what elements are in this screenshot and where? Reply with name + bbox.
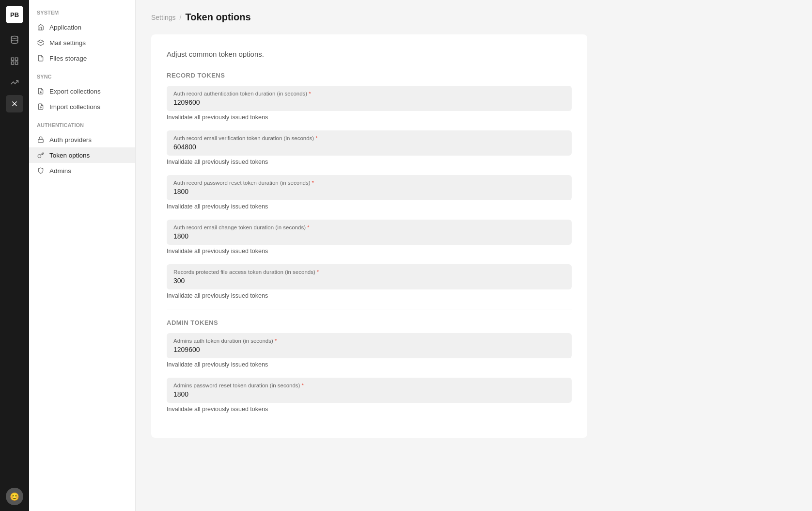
breadcrumb: Settings / Token options — [151, 12, 796, 23]
files-icon — [37, 54, 45, 62]
invalidate-link-5[interactable]: Invalidate all previously issued tokens — [167, 292, 572, 299]
required-marker-1: * — [309, 91, 311, 96]
invalidate-link-admin-2[interactable]: Invalidate all previously issued tokens — [167, 406, 572, 413]
breadcrumb-current: Token options — [185, 12, 250, 23]
sidebar-item-mail-settings[interactable]: Mail settings — [29, 35, 135, 50]
svg-rect-3 — [11, 62, 14, 64]
mail-icon — [37, 39, 45, 47]
sidebar-section-system: System — [29, 10, 135, 19]
field-value-admin-1: 1209600 — [173, 346, 565, 353]
import-icon — [37, 103, 45, 111]
field-group-5: Records protected file access token dura… — [167, 264, 572, 299]
svg-rect-12 — [38, 139, 44, 142]
key-icon — [37, 151, 45, 159]
icon-bar-bottom: 😊 — [6, 488, 23, 505]
field-label-2: Auth record email verification token dur… — [173, 135, 565, 141]
field-group-admin-1: Admins auth token duration (in seconds) … — [167, 333, 572, 368]
close-icon[interactable] — [6, 95, 23, 112]
field-value-1: 1209600 — [173, 98, 565, 106]
field-group-admin-2: Admins password reset token duration (in… — [167, 378, 572, 413]
field-value-3: 1800 — [173, 188, 565, 195]
field-label-admin-2: Admins password reset token duration (in… — [173, 383, 565, 388]
sidebar-item-token-options[interactable]: Token options — [29, 147, 135, 163]
field-value-2: 604800 — [173, 143, 565, 151]
shield-icon — [37, 167, 45, 175]
sidebar: System Application Mail settings Files s… — [29, 0, 136, 511]
field-label-1: Auth record authentication token duratio… — [173, 91, 565, 96]
required-marker-4: * — [307, 224, 309, 230]
svg-point-0 — [11, 36, 18, 39]
content-card: Adjust common token options. Record toke… — [151, 34, 587, 438]
required-marker-5: * — [317, 269, 319, 275]
field-label-3: Auth record password reset token duratio… — [173, 180, 565, 186]
breadcrumb-separator: / — [180, 14, 182, 21]
field-label-4: Auth record email change token duration … — [173, 224, 565, 230]
invalidate-link-3[interactable]: Invalidate all previously issued tokens — [167, 203, 572, 210]
sidebar-item-auth-providers[interactable]: Auth providers — [29, 132, 135, 147]
svg-marker-7 — [38, 40, 44, 43]
grid-icon[interactable] — [6, 52, 23, 70]
lock-icon — [37, 136, 45, 144]
svg-point-13 — [38, 155, 41, 158]
sidebar-section-sync: Sync — [29, 74, 135, 83]
card-subtitle: Adjust common token options. — [167, 50, 572, 58]
invalidate-link-4[interactable]: Invalidate all previously issued tokens — [167, 248, 572, 255]
field-box-admin-1: Admins auth token duration (in seconds) … — [167, 333, 572, 358]
sidebar-item-export-collections[interactable]: Export collections — [29, 83, 135, 99]
chart-icon[interactable] — [6, 74, 23, 91]
admin-tokens-header: Admin tokens — [167, 319, 572, 326]
database-icon[interactable] — [6, 31, 23, 48]
field-box-4: Auth record email change token duration … — [167, 220, 572, 245]
section-divider — [167, 309, 572, 309]
field-value-4: 1800 — [173, 232, 565, 240]
field-box-2: Auth record email verification token dur… — [167, 130, 572, 156]
field-group-1: Auth record authentication token duratio… — [167, 86, 572, 121]
logo[interactable]: PB — [6, 6, 23, 23]
required-marker-2: * — [315, 135, 317, 141]
sidebar-section-auth: Authentication — [29, 122, 135, 132]
field-box-5: Records protected file access token dura… — [167, 264, 572, 289]
breadcrumb-settings-link[interactable]: Settings — [151, 14, 176, 21]
field-group-3: Auth record password reset token duratio… — [167, 175, 572, 210]
sidebar-item-admins[interactable]: Admins — [29, 163, 135, 178]
field-box-1: Auth record authentication token duratio… — [167, 86, 572, 111]
svg-rect-1 — [11, 58, 14, 60]
invalidate-link-admin-1[interactable]: Invalidate all previously issued tokens — [167, 361, 572, 368]
home-icon — [37, 23, 45, 31]
sidebar-item-files-storage[interactable]: Files storage — [29, 50, 135, 66]
icon-bar: PB 😊 — [0, 0, 29, 511]
field-group-2: Auth record email verification token dur… — [167, 130, 572, 165]
avatar[interactable]: 😊 — [6, 488, 23, 505]
svg-rect-2 — [16, 58, 18, 60]
field-group-4: Auth record email change token duration … — [167, 220, 572, 255]
required-marker-3: * — [312, 180, 314, 186]
required-marker-admin-1: * — [275, 338, 277, 344]
sidebar-item-import-collections[interactable]: Import collections — [29, 99, 135, 114]
export-icon — [37, 87, 45, 95]
record-tokens-header: Record tokens — [167, 72, 572, 79]
svg-rect-4 — [16, 62, 18, 64]
sidebar-item-application[interactable]: Application — [29, 19, 135, 35]
invalidate-link-1[interactable]: Invalidate all previously issued tokens — [167, 114, 572, 121]
invalidate-link-2[interactable]: Invalidate all previously issued tokens — [167, 159, 572, 165]
field-label-admin-1: Admins auth token duration (in seconds) … — [173, 338, 565, 344]
field-box-admin-2: Admins password reset token duration (in… — [167, 378, 572, 403]
required-marker-admin-2: * — [301, 383, 303, 388]
field-value-admin-2: 1800 — [173, 390, 565, 398]
field-box-3: Auth record password reset token duratio… — [167, 175, 572, 200]
field-value-5: 300 — [173, 277, 565, 285]
field-label-5: Records protected file access token dura… — [173, 269, 565, 275]
main-content: Settings / Token options Adjust common t… — [136, 0, 812, 511]
